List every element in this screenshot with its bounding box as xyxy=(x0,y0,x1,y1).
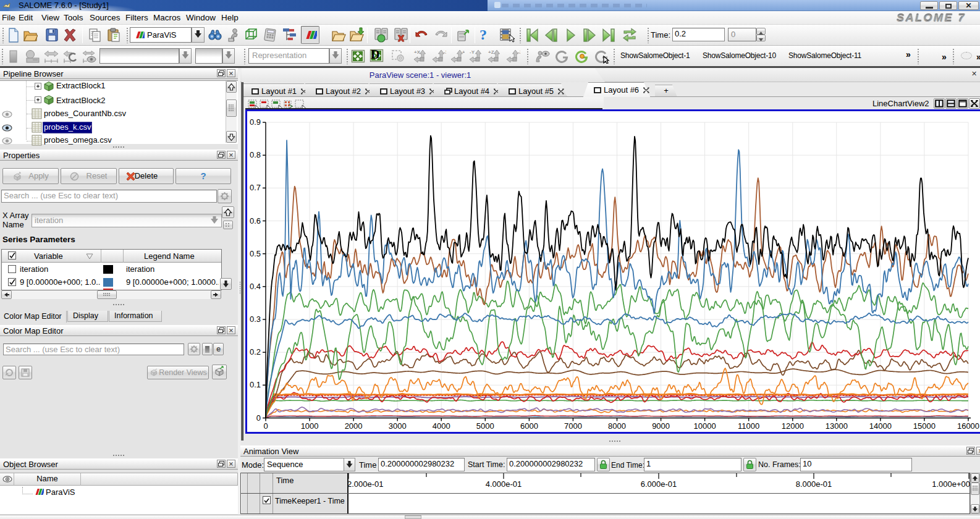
svg-text:0.1: 0.1 xyxy=(250,380,261,389)
svg-text:+X: +X xyxy=(414,49,421,55)
svg-text:0.8: 0.8 xyxy=(250,150,261,159)
svg-text:11000: 11000 xyxy=(738,421,759,431)
svg-text:0.9: 0.9 xyxy=(250,117,261,127)
svg-text:12000: 12000 xyxy=(782,421,804,431)
svg-text:3000: 3000 xyxy=(389,421,407,431)
svg-text:0.3: 0.3 xyxy=(250,314,261,324)
svg-text:9000: 9000 xyxy=(652,421,670,431)
svg-text:2.000e-01: 2.000e-01 xyxy=(348,479,384,489)
svg-text:-Y: -Y xyxy=(470,49,475,55)
svg-text:4000: 4000 xyxy=(433,421,450,431)
svg-text:5000: 5000 xyxy=(476,421,494,431)
svg-text:0.2: 0.2 xyxy=(250,347,261,357)
svg-text:6000: 6000 xyxy=(520,421,538,431)
svg-text:14000: 14000 xyxy=(869,421,892,431)
svg-text:6.000e-01: 6.000e-01 xyxy=(641,479,677,489)
svg-text:15000: 15000 xyxy=(913,421,936,431)
svg-text:10000: 10000 xyxy=(694,421,716,431)
svg-text:0: 0 xyxy=(256,413,261,423)
svg-text:1.000e+00: 1.000e+00 xyxy=(932,479,970,489)
svg-text:0: 0 xyxy=(263,421,268,431)
svg-text:+Y: +Y xyxy=(462,49,465,55)
svg-text:13000: 13000 xyxy=(826,421,848,431)
svg-text:0.6: 0.6 xyxy=(250,216,261,226)
svg-text:4.000e-01: 4.000e-01 xyxy=(486,479,522,489)
svg-text:8000: 8000 xyxy=(608,421,626,431)
svg-text:0.7: 0.7 xyxy=(250,183,261,192)
svg-text:1000: 1000 xyxy=(301,421,319,431)
svg-text:7000: 7000 xyxy=(564,421,582,431)
svg-text:2000: 2000 xyxy=(345,421,363,431)
svg-text:-X: -X xyxy=(444,49,446,55)
svg-text:16000: 16000 xyxy=(957,421,979,431)
svg-text:0.5: 0.5 xyxy=(250,249,261,258)
svg-text:+Z: +Z xyxy=(488,49,494,55)
svg-text:8.000e-01: 8.000e-01 xyxy=(796,479,832,489)
svg-text:0.4: 0.4 xyxy=(250,282,261,291)
svg-text:-Z: -Z xyxy=(518,49,520,55)
